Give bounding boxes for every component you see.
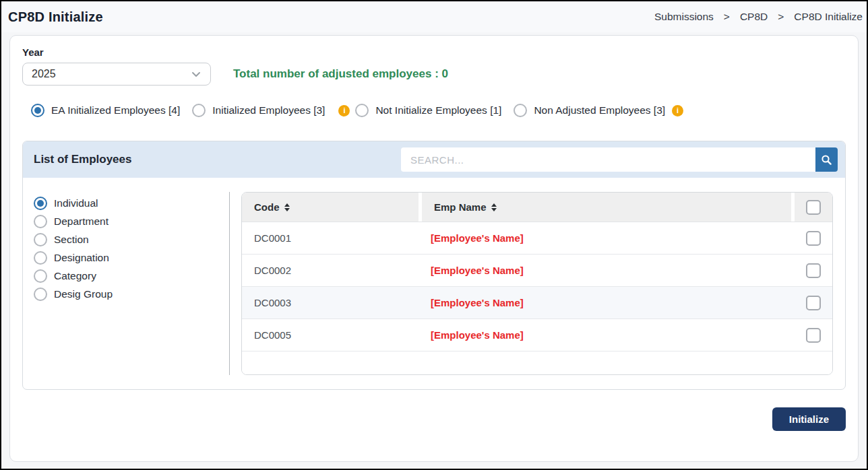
breadcrumb-separator: > <box>724 11 730 23</box>
radio-ea-initialized-employees[interactable]: EA Initialized Employees [4] <box>31 104 180 117</box>
year-select[interactable]: 2025 <box>22 63 211 86</box>
list-panel-header: List of Employees <box>23 141 845 178</box>
radio-department[interactable]: Department <box>34 212 229 230</box>
radio-section[interactable]: Section <box>34 230 229 248</box>
breadcrumb-separator: > <box>778 11 784 23</box>
year-selected-value: 2025 <box>32 68 56 80</box>
select-all-checkbox[interactable] <box>806 200 821 215</box>
row-checkbox-cell <box>795 263 832 278</box>
row-checkbox-cell <box>795 328 832 343</box>
radio-non-adjusted-employees[interactable]: Non Adjusted Employees [3] <box>514 104 665 117</box>
select-all-cell <box>795 193 832 222</box>
row-checkbox[interactable] <box>806 231 821 246</box>
column-header-emp-name[interactable]: Emp Name <box>422 193 791 222</box>
row-checkbox[interactable] <box>806 296 821 310</box>
table-empty-space <box>242 351 832 374</box>
list-panel-body: Individual Department Section Designatio… <box>23 178 845 389</box>
footer-actions: Initialize <box>22 407 846 431</box>
employee-name: [Employee's Name] <box>418 329 795 341</box>
radio-icon <box>514 104 527 117</box>
employee-name: [Employee's Name] <box>418 297 795 308</box>
list-panel-title: List of Employees <box>34 153 131 166</box>
table-row: DC0002 [Employee's Name] <box>242 255 832 287</box>
table-row: DC0005 [Employee's Name] <box>242 319 832 351</box>
radio-not-initialize-employees[interactable]: Not Initialize Employees [1] <box>355 104 501 117</box>
search-input[interactable] <box>401 147 815 172</box>
radio-icon <box>355 104 369 117</box>
radio-icon <box>192 104 206 117</box>
radio-icon <box>34 233 47 246</box>
row-checkbox-cell <box>795 296 832 310</box>
employee-code: DC0003 <box>242 297 418 308</box>
page-title: CP8D Initialize <box>8 9 103 25</box>
year-label: Year <box>22 46 846 58</box>
row-checkbox[interactable] <box>806 328 821 343</box>
radio-individual[interactable]: Individual <box>34 194 229 212</box>
row-checkbox-cell <box>795 231 832 246</box>
initialize-button[interactable]: Initialize <box>772 407 846 431</box>
employee-filter-radio-group: EA Initialized Employees [4] Initialized… <box>31 104 846 117</box>
info-icon[interactable]: i <box>338 105 350 116</box>
table-row: DC0003 [Employee's Name] <box>242 287 832 319</box>
search-icon <box>821 154 832 166</box>
employee-code: DC0005 <box>242 329 418 341</box>
table-row: DC0001 [Employee's Name] <box>242 222 832 255</box>
search-button[interactable] <box>815 147 838 172</box>
radio-icon <box>34 251 47 265</box>
grouping-radio-group: Individual Department Section Designatio… <box>34 192 230 375</box>
employee-code: DC0001 <box>242 232 418 244</box>
radio-icon <box>34 197 47 210</box>
employee-code: DC0002 <box>242 265 418 276</box>
breadcrumb-submissions[interactable]: Submissions <box>654 11 714 23</box>
radio-category[interactable]: Category <box>34 267 229 285</box>
top-header: CP8D Initialize Submissions > CP8D > CP8… <box>1 1 867 32</box>
list-of-employees-panel: List of Employees Individual D <box>22 141 846 390</box>
info-icon[interactable]: i <box>672 105 683 116</box>
radio-icon <box>34 269 47 283</box>
radio-designation[interactable]: Designation <box>34 248 229 267</box>
breadcrumb-cp8d-initialize[interactable]: CP8D Initialize <box>794 11 863 23</box>
total-adjusted-employees-text: Total number of adjusted employees : 0 <box>233 67 448 81</box>
column-header-code[interactable]: Code <box>242 193 418 222</box>
employee-name: [Employee's Name] <box>418 265 795 276</box>
breadcrumb-cp8d[interactable]: CP8D <box>740 11 768 23</box>
search-bar <box>401 147 838 172</box>
breadcrumb: Submissions > CP8D > CP8D Initialize <box>654 11 863 23</box>
employees-table: Code Emp Name DC0001 [Employee's <box>241 192 833 375</box>
row-checkbox[interactable] <box>806 263 821 278</box>
main-card: Year 2025 Total number of adjusted emplo… <box>9 35 859 462</box>
radio-icon <box>31 104 44 117</box>
radio-icon <box>34 288 47 301</box>
chevron-down-icon <box>191 69 202 79</box>
sort-icon[interactable] <box>284 203 290 211</box>
sort-icon[interactable] <box>491 203 497 211</box>
radio-initialized-employees[interactable]: Initialized Employees [3] <box>192 104 325 117</box>
employee-name: [Employee's Name] <box>418 232 795 244</box>
radio-desig-group[interactable]: Desig Group <box>34 285 229 303</box>
radio-icon <box>34 215 47 228</box>
table-header-row: Code Emp Name <box>242 193 832 222</box>
